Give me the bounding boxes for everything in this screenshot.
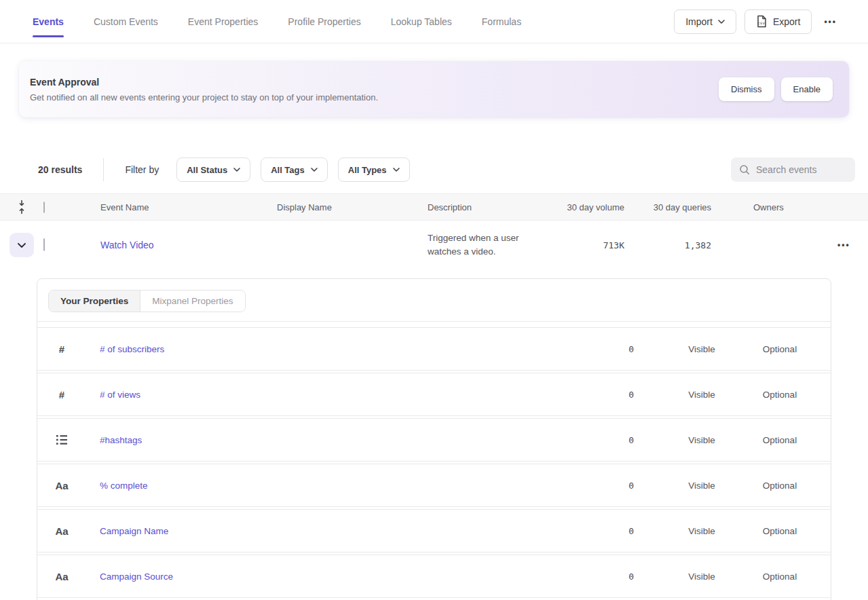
property-row: # # of subscribers 0 Visible Optional <box>37 327 831 371</box>
tab-profile-properties[interactable]: Profile Properties <box>288 16 360 27</box>
property-name-link[interactable]: # of subscribers <box>86 344 586 354</box>
event-description: Triggered when a user watches a video. <box>428 231 544 259</box>
banner-title: Event Approval <box>30 77 378 88</box>
tab-events[interactable]: Events <box>33 16 64 27</box>
more-options-button[interactable]: ••• <box>820 14 841 29</box>
tab-mixpanel-properties[interactable]: Mixpanel Properties <box>140 290 244 312</box>
results-count: 20 results <box>38 164 82 175</box>
list-type-icon <box>37 435 86 445</box>
chevron-down-icon <box>311 168 318 172</box>
property-requirement: Optional <box>742 571 817 582</box>
csv-file-icon: csv <box>756 15 768 28</box>
banner-text: Event Approval Get notified on all new e… <box>30 77 378 102</box>
banner-description: Get notified on all new events entering … <box>30 92 378 102</box>
property-requirement: Optional <box>742 526 817 536</box>
export-button[interactable]: csv Export <box>744 10 812 34</box>
tab-your-properties[interactable]: Your Properties <box>49 290 140 312</box>
properties-list: # # of subscribers 0 Visible Optional # … <box>37 327 831 598</box>
property-visibility: Visible <box>661 344 742 354</box>
search-box <box>731 157 855 182</box>
export-button-label: Export <box>773 16 800 27</box>
property-count: 0 <box>586 571 661 582</box>
filter-dropdowns: All Status All Tags All Types <box>176 157 409 182</box>
property-row: Aa Campaign Name 0 Visible Optional <box>37 509 831 552</box>
property-name-link[interactable]: #hashtags <box>86 435 586 445</box>
lexicon-tabs: Events Custom Events Event Properties Pr… <box>33 16 521 27</box>
property-name-link[interactable]: % complete <box>86 481 586 491</box>
property-count: 0 <box>586 526 661 536</box>
property-count: 0 <box>586 390 661 400</box>
property-count: 0 <box>586 435 661 445</box>
number-type-icon: # <box>37 343 86 355</box>
select-all-checkbox[interactable] <box>43 202 45 213</box>
text-type-icon: Aa <box>37 480 86 491</box>
search-icon <box>739 164 750 175</box>
divider <box>103 158 104 181</box>
banner-actions: Dismiss Enable <box>719 77 833 101</box>
chevron-down-icon <box>393 168 400 172</box>
svg-text:csv: csv <box>757 20 765 25</box>
text-type-icon: Aa <box>37 525 86 537</box>
tags-filter-dropdown[interactable]: All Tags <box>261 157 328 182</box>
collapse-all-button[interactable] <box>0 200 43 214</box>
import-button[interactable]: Import <box>674 10 736 34</box>
col-description: Description <box>409 202 544 212</box>
topbar-actions: Import csv Export ••• <box>674 10 841 34</box>
col-display-name: Display Name <box>258 202 409 212</box>
property-count: 0 <box>586 481 661 491</box>
row-checkbox[interactable] <box>43 238 45 251</box>
property-name-link[interactable]: Campaign Source <box>86 571 586 582</box>
event-table-header: Event Name Display Name Description 30 d… <box>0 193 868 221</box>
types-filter-dropdown[interactable]: All Types <box>338 157 410 182</box>
chevron-down-icon <box>233 168 240 172</box>
dismiss-button[interactable]: Dismiss <box>719 77 774 101</box>
col-queries: 30 day queries <box>624 202 711 212</box>
tab-formulas[interactable]: Formulas <box>482 16 521 27</box>
col-owners: Owners <box>711 202 833 212</box>
property-requirement: Optional <box>742 390 817 400</box>
property-visibility: Visible <box>661 526 742 536</box>
tab-event-properties[interactable]: Event Properties <box>188 16 259 27</box>
search-input[interactable] <box>756 164 847 175</box>
property-visibility: Visible <box>661 435 742 445</box>
property-requirement: Optional <box>742 435 817 445</box>
text-type-icon: Aa <box>37 571 86 582</box>
property-name-link[interactable]: Campaign Name <box>86 526 586 536</box>
property-row: #hashtags 0 Visible Optional <box>37 418 831 462</box>
property-count: 0 <box>586 344 661 354</box>
import-button-label: Import <box>685 16 713 27</box>
property-requirement: Optional <box>742 344 817 354</box>
property-row: Aa Campaign Source 0 Visible Optional <box>37 555 831 598</box>
tab-lookup-tables[interactable]: Lookup Tables <box>391 16 452 27</box>
properties-tab-switch: Your Properties Mixpanel Properties <box>48 290 246 312</box>
top-tab-bar: Events Custom Events Event Properties Pr… <box>0 0 868 43</box>
chevron-down-icon <box>718 20 725 24</box>
property-row: Aa % complete 0 Visible Optional <box>37 464 831 507</box>
filter-bar: 20 results Filter by All Status All Tags… <box>0 157 868 182</box>
event-approval-banner: Event Approval Get notified on all new e… <box>19 61 849 117</box>
filter-by-label: Filter by <box>125 164 159 175</box>
status-filter-dropdown[interactable]: All Status <box>176 157 250 182</box>
event-name-link[interactable]: Watch Video <box>100 240 154 250</box>
tab-custom-events[interactable]: Custom Events <box>94 16 158 27</box>
collapse-row-button[interactable] <box>10 233 34 257</box>
property-requirement: Optional <box>742 481 817 491</box>
property-visibility: Visible <box>661 390 742 400</box>
col-volume: 30 day volume <box>544 202 624 212</box>
number-type-icon: # <box>37 389 86 400</box>
properties-panel-header: Your Properties Mixpanel Properties <box>37 279 831 322</box>
property-visibility: Visible <box>661 481 742 491</box>
property-row: # # of views 0 Visible Optional <box>37 373 831 416</box>
properties-panel: Your Properties Mixpanel Properties # # … <box>37 278 831 600</box>
col-event-name: Event Name <box>81 202 258 212</box>
status-filter-label: All Status <box>187 165 227 175</box>
tags-filter-label: All Tags <box>271 165 305 175</box>
row-more-options-button[interactable]: ••• <box>833 238 854 252</box>
property-name-link[interactable]: # of views <box>86 390 586 400</box>
property-visibility: Visible <box>661 571 742 582</box>
enable-button[interactable]: Enable <box>781 77 833 101</box>
event-volume: 713K <box>544 240 624 250</box>
event-table-row: Watch Video Triggered when a user watche… <box>0 221 868 269</box>
event-queries: 1,382 <box>624 240 711 250</box>
types-filter-label: All Types <box>348 165 387 175</box>
